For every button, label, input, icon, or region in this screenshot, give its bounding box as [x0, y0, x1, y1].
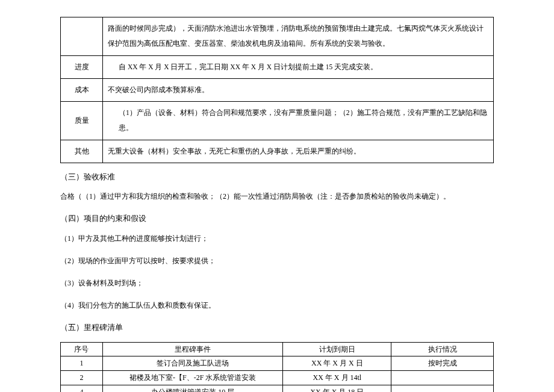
section-4-title: （四）项目的约束和假设: [60, 213, 494, 224]
header-date: 计划到期日: [283, 342, 391, 356]
cell-date: XX 年 X 月 18 日: [283, 385, 391, 392]
section-4-p3: （3）设备材料及时到场；: [60, 278, 494, 289]
row-content: （1）产品（设备、材料）符合合同和规范要求，没有严重质量问题；（2）施工符合规范…: [103, 102, 494, 140]
table-row: 路面的时候同步完成），天面消防水池进出水管预埋，消防电系统的预留预埋由土建完成。…: [61, 17, 494, 56]
row-content: 不突破公司内部成本预算标准。: [103, 78, 494, 101]
table-row: 4 办公楼喷淋管道安装 10 层 XX 年 X 月 18 日: [61, 385, 494, 392]
table-row: 其他 无重大设备（材料）安全事故，无死亡和重伤的人身事故，无后果严重的纠纷。: [61, 140, 494, 163]
row-label-cost: 成本: [61, 78, 103, 101]
section-3-title: （三）验收标准: [60, 172, 494, 182]
row-label-progress: 进度: [61, 55, 103, 78]
table-header-row: 序号 里程碑事件 计划到期日 执行情况: [61, 342, 494, 356]
table-row: 1 签订合同及施工队进场 XX 年 X 月 X 日 按时完成: [61, 356, 494, 371]
section-4-p2: （2）现场的作业面甲方可以按时、按要求提供；: [60, 255, 494, 267]
section-3-para: 合格（（1）通过甲方和我方组织的检查和验收；（2）能一次性通过消防局验收（注：是…: [60, 191, 494, 202]
section-5-title: （五）里程碑清单: [60, 322, 494, 333]
cell-date: XX 年 X 月 14tl: [283, 371, 391, 385]
table-row: 成本 不突破公司内部成本预算标准。: [61, 78, 494, 101]
cell-seq: 2: [61, 371, 103, 385]
requirements-table: 路面的时候同步完成），天面消防水池进出水管预埋，消防电系统的预留预埋由土建完成。…: [60, 17, 494, 163]
section-4-p1: （1）甲方及其他工种的进度能够按计划进行；: [60, 233, 494, 244]
row-content: 路面的时候同步完成），天面消防水池进出水管预埋，消防电系统的预留预埋由土建完成。…: [103, 17, 494, 56]
table-row: 2 裙楼及地下室-【F、-2F 水系统管道安装 XX 年 X 月 14tl: [61, 371, 494, 385]
row-content: 无重大设备（材料）安全事故，无死亡和重伤的人身事故，无后果严重的纠纷。: [103, 140, 494, 163]
cell-seq: 4: [61, 385, 103, 392]
cell-event: 签订合同及施工队进场: [102, 356, 283, 371]
header-seq: 序号: [61, 342, 103, 356]
row-label-other: 其他: [61, 140, 103, 163]
cell-status: [391, 385, 494, 392]
cell-event: 办公楼喷淋管道安装 10 层: [102, 385, 283, 392]
header-status: 执行情况: [391, 342, 494, 356]
cell-seq: 1: [61, 356, 103, 371]
section-4-p4: （4）我们分包方的施工队伍人数和质数有保证。: [60, 300, 494, 311]
cell-status: 按时完成: [391, 356, 494, 371]
table-row: 进度 自 XX 年 X 月 X 日开工，完工日期 XX 年 X 月 X 日计划提…: [61, 55, 494, 78]
row-text: 自 XX 年 X 月 X 日开工，完工日期 XX 年 X 月 X 日计划提前土建…: [108, 60, 488, 75]
cell-event: 裙楼及地下室-【F、-2F 水系统管道安装: [102, 371, 283, 385]
cell-status: [391, 371, 494, 385]
milestone-table: 序号 里程碑事件 计划到期日 执行情况 1 签订合同及施工队进场 XX 年 X …: [60, 342, 494, 392]
table-row: 质量 （1）产品（设备、材料）符合合同和规范要求，没有严重质量问题；（2）施工符…: [61, 102, 494, 140]
cell-date: XX 年 X 月 X 日: [283, 356, 391, 371]
row-label-quality: 质量: [61, 102, 103, 140]
row-text: （1）产品（设备、材料）符合合同和规范要求，没有严重质量问题；（2）施工符合规范…: [108, 105, 488, 136]
row-content: 自 XX 年 X 月 X 日开工，完工日期 XX 年 X 月 X 日计划提前土建…: [103, 55, 494, 78]
row-label-empty: [61, 17, 103, 56]
header-event: 里程碑事件: [102, 342, 283, 356]
